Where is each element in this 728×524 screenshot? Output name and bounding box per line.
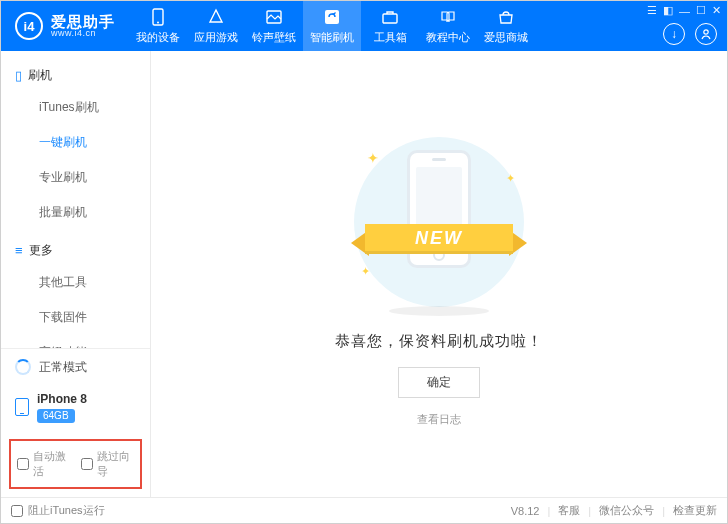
success-illustration: ✦ ✦ ✦ NEW [339,132,539,312]
nav-ringtones[interactable]: 铃声壁纸 [245,1,303,51]
close-icon[interactable]: ✕ [712,4,721,17]
auto-activate-checkbox[interactable]: 自动激活 [17,449,71,479]
prevent-itunes-checkbox[interactable]: 阻止iTunes运行 [11,503,105,518]
skin-icon[interactable]: ◧ [663,4,673,17]
sidebar: ▯ 刷机 iTunes刷机 一键刷机 专业刷机 批量刷机 ≡ 更多 其他工具 下… [1,51,151,497]
apps-icon [207,8,225,26]
window-controls: ☰ ◧ — ☐ ✕ [647,4,721,17]
svg-rect-3 [325,10,339,24]
options-box: 自动激活 跳过向导 [9,439,142,489]
logo-icon: i4 [15,12,43,40]
nav-apps[interactable]: 应用游戏 [187,1,245,51]
nav-toolbox[interactable]: 工具箱 [361,1,419,51]
footer-link-support[interactable]: 客服 [558,503,580,518]
sparkle-icon: ✦ [361,265,370,278]
main-panel: ✦ ✦ ✦ NEW 恭喜您，保资料刷机成功啦！ 确定 查看日志 [151,51,727,497]
sidebar-item-batch-flash[interactable]: 批量刷机 [1,195,150,230]
device-row[interactable]: iPhone 8 64GB [1,386,150,433]
brand-logo: i4 爱思助手 www.i4.cn [1,12,129,40]
brand-url: www.i4.cn [51,29,115,38]
minimize-icon[interactable]: — [679,5,690,17]
mode-row[interactable]: 正常模式 [1,349,150,386]
sidebar-item-other-tools[interactable]: 其他工具 [1,265,150,300]
svg-point-1 [157,21,159,23]
footer-link-wechat[interactable]: 微信公众号 [599,503,654,518]
sidebar-header-more: ≡ 更多 [1,236,150,265]
svg-rect-4 [383,14,397,23]
nav-tutorials[interactable]: 教程中心 [419,1,477,51]
sidebar-item-itunes-flash[interactable]: iTunes刷机 [1,90,150,125]
nav-my-device[interactable]: 我的设备 [129,1,187,51]
sparkle-icon: ✦ [367,150,379,166]
toolbox-icon [381,8,399,26]
new-ribbon: NEW [347,218,531,262]
phone-icon [149,8,167,26]
storage-badge: 64GB [37,409,75,423]
ok-button[interactable]: 确定 [398,367,480,398]
sidebar-item-oneclick-flash[interactable]: 一键刷机 [1,125,150,160]
sidebar-item-pro-flash[interactable]: 专业刷机 [1,160,150,195]
maximize-icon[interactable]: ☐ [696,4,706,17]
account-button[interactable] [695,23,717,45]
sparkle-icon: ✦ [506,172,515,185]
download-button[interactable]: ↓ [663,23,685,45]
sidebar-item-download-firmware[interactable]: 下载固件 [1,300,150,335]
device-name: iPhone 8 [37,392,87,406]
device-icon: ▯ [15,68,22,83]
user-controls: ↓ [663,23,717,45]
flash-icon [323,8,341,26]
svg-point-5 [704,30,708,34]
nav-store[interactable]: 爱思商城 [477,1,535,51]
device-phone-icon [15,398,29,416]
more-icon: ≡ [15,243,23,258]
mode-label: 正常模式 [39,359,87,376]
store-icon [497,8,515,26]
app-body: ▯ 刷机 iTunes刷机 一键刷机 专业刷机 批量刷机 ≡ 更多 其他工具 下… [1,51,727,497]
footer-bar: 阻止iTunes运行 V8.12 | 客服 | 微信公众号 | 检查更新 [1,497,727,523]
view-log-link[interactable]: 查看日志 [417,412,461,427]
menu-icon[interactable]: ☰ [647,4,657,17]
skip-guide-checkbox[interactable]: 跳过向导 [81,449,135,479]
sidebar-bottom: 正常模式 iPhone 8 64GB 自动激活 跳过向导 [1,348,150,497]
footer-link-update[interactable]: 检查更新 [673,503,717,518]
sidebar-header-flash: ▯ 刷机 [1,61,150,90]
title-bar: i4 爱思助手 www.i4.cn 我的设备 应用游戏 铃声壁纸 智能刷机 工具… [1,1,727,51]
brand-name: 爱思助手 [51,14,115,29]
success-message: 恭喜您，保资料刷机成功啦！ [335,332,543,351]
version-label: V8.12 [511,505,540,517]
book-icon [439,8,457,26]
nav-flash[interactable]: 智能刷机 [303,1,361,51]
sidebar-item-advanced[interactable]: 高级功能 [1,335,150,348]
wallpaper-icon [265,8,283,26]
top-nav: 我的设备 应用游戏 铃声壁纸 智能刷机 工具箱 教程中心 爱思商城 [129,1,535,51]
spinner-icon [15,359,31,375]
